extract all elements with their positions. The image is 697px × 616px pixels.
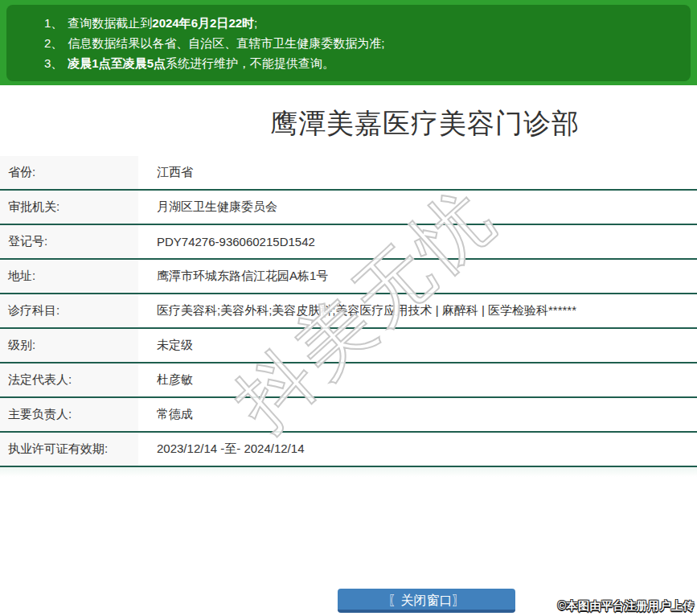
- field-label: 级别:: [0, 329, 138, 362]
- field-value: 鹰潭市环城东路信江花园A栋1号: [138, 260, 697, 293]
- table-row-approval-authority: 审批机关: 月湖区卫生健康委员会: [0, 191, 697, 225]
- page-title: 鹰潭美嘉医疗美容门诊部: [0, 85, 697, 142]
- notice-line-1: 1、查询数据截止到2024年6月2日22时;: [44, 13, 683, 33]
- field-value: PDY74276-936060215D1542: [138, 225, 697, 258]
- institution-info-table: 省份: 江西省 审批机关: 月湖区卫生健康委员会 登记号: PDY74276-9…: [0, 156, 697, 477]
- notice-line-1-text: 查询数据截止到: [68, 16, 152, 30]
- notice-line-2-number: 2、: [44, 36, 63, 50]
- field-label: 法定代表人:: [0, 363, 138, 396]
- field-value: 月湖区卫生健康委员会: [138, 191, 697, 224]
- field-value: 未定级: [138, 329, 697, 362]
- table-row-legal-representative: 法定代表人: 杜彦敏: [0, 363, 697, 398]
- field-value: 2023/12/14 -至- 2024/12/14: [138, 433, 697, 466]
- table-row-registration-number: 登记号: PDY74276-936060215D1542: [0, 225, 697, 260]
- field-label: 登记号:: [0, 225, 138, 258]
- notice-banner: 1、查询数据截止到2024年6月2日22时; 2、信息数据结果以各省、自治区、直…: [0, 0, 697, 85]
- field-label: 省份:: [0, 156, 138, 189]
- notice-line-1-bold: 2024年6月2日22时: [152, 16, 254, 30]
- notice-line-1-number: 1、: [44, 16, 63, 30]
- field-label: 主要负责人:: [0, 398, 138, 431]
- field-value: 杜彦敏: [138, 363, 697, 396]
- notice-line-2: 2、信息数据结果以各省、自治区、直辖市卫生健康委数据为准;: [44, 33, 683, 53]
- table-row-main-responsible-person: 主要负责人: 常德成: [0, 398, 697, 433]
- close-window-button[interactable]: 〖关闭窗口〗: [338, 589, 515, 613]
- notice-line-3: 3、凌晨1点至凌晨5点系统进行维护，不能提供查询。: [44, 53, 683, 73]
- notice-line-2-text: 信息数据结果以各省、自治区、直辖市卫生健康委数据为准;: [68, 36, 384, 50]
- field-value: 江西省: [138, 156, 697, 189]
- table-row-treatment-subjects: 诊疗科目: 医疗美容科;美容外科;美容皮肤科;美容医疗应用技术 | 麻醉科 | …: [0, 294, 697, 329]
- notice-line-3-number: 3、: [44, 56, 63, 70]
- notice-line-3-suffix: 系统进行维护，不能提供查询。: [166, 56, 334, 70]
- field-value: 医疗美容科;美容外科;美容皮肤科;美容医疗应用技术 | 麻醉科 | 医学检验科*…: [138, 294, 697, 327]
- table-row-license-validity: 执业许可证有效期: 2023/12/14 -至- 2024/12/14: [0, 433, 697, 467]
- table-row-level: 级别: 未定级: [0, 329, 697, 363]
- field-label: 地址:: [0, 260, 138, 293]
- field-value: 常德成: [138, 398, 697, 431]
- notice-line-1-suffix: ;: [254, 16, 257, 30]
- field-label: 执业许可证有效期:: [0, 433, 138, 466]
- field-label: 诊疗科目:: [0, 294, 138, 327]
- field-label: 审批机关:: [0, 191, 138, 224]
- photo-credit-watermark: ©本图由平台注册用户上传: [558, 599, 695, 614]
- table-bottom-fade: [0, 467, 697, 477]
- table-row-address: 地址: 鹰潭市环城东路信江花园A栋1号: [0, 260, 697, 294]
- notice-line-3-bold: 凌晨1点至凌晨5点: [68, 56, 166, 70]
- notice-banner-box: 1、查询数据截止到2024年6月2日22时; 2、信息数据结果以各省、自治区、直…: [6, 5, 691, 81]
- table-row-province: 省份: 江西省: [0, 156, 697, 191]
